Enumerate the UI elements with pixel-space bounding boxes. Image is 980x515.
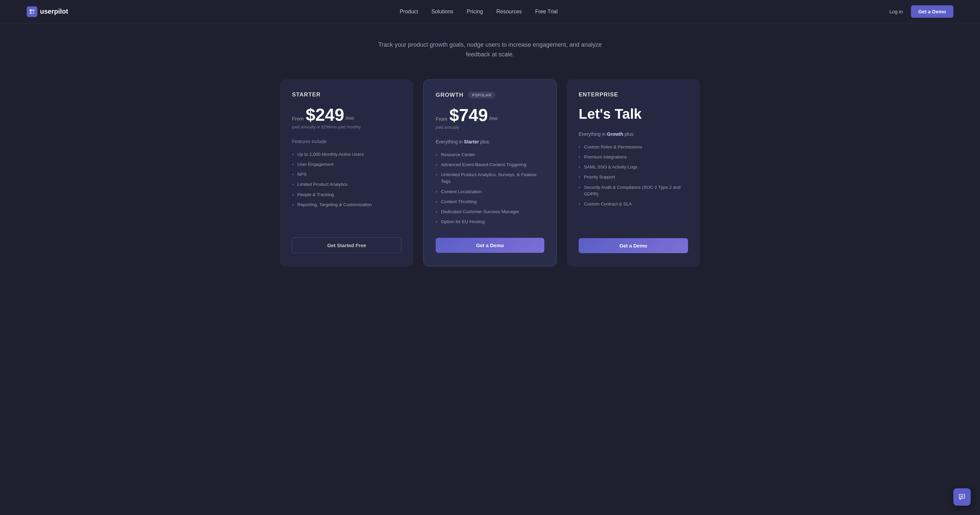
enterprise-card: ENTERPRISE Let's Talk Everything in Grow… [567,80,700,266]
growth-price-period: /mo [489,115,498,121]
list-item: People & Tracking [292,190,401,200]
starter-card: STARTER From $249 /mo paid annually or $… [280,80,413,266]
list-item: Up to 2,000 Monthly Active Users [292,150,401,159]
svg-rect-3 [32,12,34,14]
growth-cta-button[interactable]: Get a Demo [436,238,544,253]
starter-feature-list: Up to 2,000 Monthly Active Users User En… [292,150,401,227]
nav-item-free-trial[interactable]: Free Trial [535,9,558,14]
starter-tier-label: STARTER [292,91,321,98]
svg-rect-0 [30,10,32,11]
list-item: SAML SSO & Activity Logs [579,162,688,172]
list-item: Limited Product Analytics [292,179,401,190]
list-item: Advanced Event-Based Content Triggering [436,160,544,170]
list-item: User Engagement [292,159,401,169]
list-item: Premium Integrations [579,152,688,162]
list-item: Resource Center [436,150,544,160]
enterprise-features-intro-bold: Growth [607,131,623,137]
list-item: Custom Roles & Permissions [579,142,688,152]
growth-price-row: From $749 /mo [436,107,544,124]
get-demo-nav-button[interactable]: Get a Demo [911,5,953,18]
growth-features-intro: Everything in Starter plus: [436,139,544,144]
enterprise-price: Let's Talk [579,106,688,122]
list-item: NPS [292,169,401,179]
starter-price-period: /mo [346,115,354,121]
list-item: Content Localization [436,187,544,197]
nav-item-resources[interactable]: Resources [496,9,522,14]
growth-tier-label: GROWTH [436,92,463,99]
navbar: userpilot Product Solutions Pricing Reso… [0,0,980,23]
growth-card: GROWTH POPULAR From $749 /mo paid annual… [423,80,557,266]
hero-subtitle-text: Track your product growth goals, nudge u… [7,40,973,59]
growth-price-note: paid annually [436,125,544,130]
list-item: Option for EU Hosting [436,217,544,227]
pricing-section: STARTER From $249 /mo paid annually or $… [0,59,980,293]
starter-cta-button[interactable]: Get Started Free [292,238,401,253]
list-item: Custom Contract & SLA [579,199,688,209]
logo-text: userpilot [40,8,68,15]
growth-price-amount: $749 [449,107,488,124]
enterprise-tier-label: ENTERPRISE [579,91,618,98]
starter-price-from: From [292,116,304,121]
login-link[interactable]: Log in [889,9,903,14]
popular-badge: POPULAR [468,92,495,99]
growth-features-intro-bold: Starter [464,139,479,144]
enterprise-feature-list: Custom Roles & Permissions Premium Integ… [579,142,688,228]
starter-price-note: paid annually or $299/mo paid monthly [292,125,401,129]
nav-right: Log in Get a Demo [889,5,953,18]
starter-price-amount: $249 [305,106,344,123]
chat-widget[interactable] [953,488,970,505]
starter-features-title: Features include [292,139,401,144]
starter-price-row: From $249 /mo [292,106,401,123]
growth-price-from: From [436,116,447,122]
nav-links: Product Solutions Pricing Resources Free… [400,9,558,15]
growth-feature-list: Resource Center Advanced Event-Based Con… [436,150,544,227]
list-item: Content Throttling [436,197,544,207]
list-item: Reporting, Targeting & Customization [292,200,401,210]
growth-card-header: GROWTH POPULAR [436,92,544,99]
list-item: Priority Support [579,172,688,182]
nav-item-solutions[interactable]: Solutions [431,9,453,14]
hero-subtitle: Track your product growth goals, nudge u… [0,23,980,59]
logo-icon [27,6,37,17]
starter-card-header: STARTER [292,91,401,98]
enterprise-features-intro: Everything in Growth plus: [579,131,688,137]
svg-rect-1 [32,10,34,11]
list-item: Security Audit & Compliance (SOC 2 Type … [579,182,688,199]
nav-item-product[interactable]: Product [400,9,418,14]
nav-item-pricing[interactable]: Pricing [467,9,483,14]
svg-rect-2 [30,12,32,14]
enterprise-cta-button[interactable]: Get a Demo [579,238,688,253]
logo[interactable]: userpilot [27,6,68,17]
list-item: Unlimited Product Analytics, Surveys, & … [436,170,544,187]
list-item: Dedicated Customer Success Manager [436,207,544,217]
enterprise-card-header: ENTERPRISE [579,91,688,98]
